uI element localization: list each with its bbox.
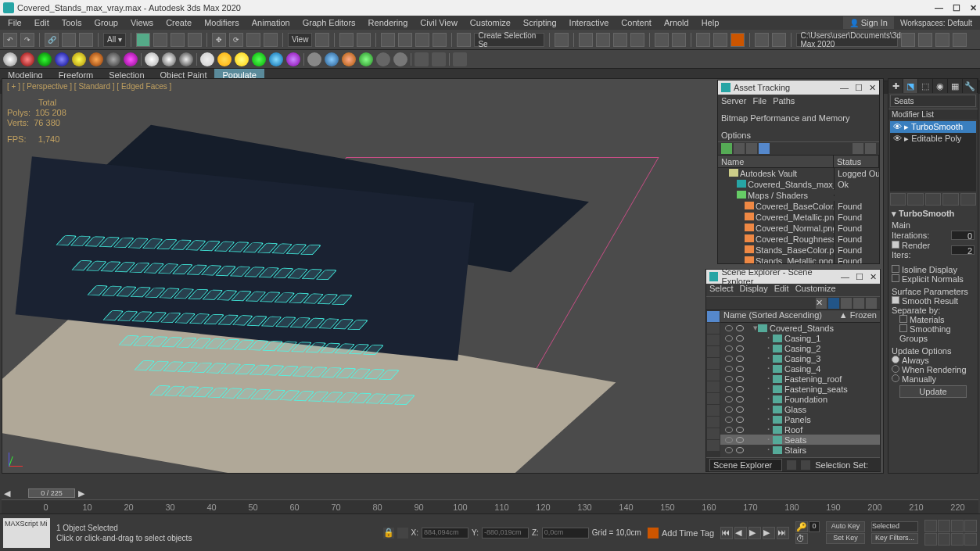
use-center-button[interactable]	[315, 33, 329, 47]
time-next-button[interactable]: ▶	[78, 488, 84, 499]
stack-btn-config[interactable]	[960, 193, 976, 206]
mod-editablepoly[interactable]: 👁 ▸ Editable Poly	[890, 133, 976, 145]
asset-row[interactable]: Covered_Stands_max_vray.maxOk	[718, 179, 879, 190]
scene-item[interactable]: ・Foundation	[720, 394, 880, 404]
upd-always-radio[interactable]	[892, 356, 899, 363]
maxscript-listener[interactable]: MAXScript Mi	[3, 518, 50, 548]
mod-turbosmooth[interactable]: 👁 ▸ TurboSmooth	[890, 121, 976, 133]
filter-camera-icon[interactable]	[707, 346, 720, 357]
render-button[interactable]	[731, 33, 745, 47]
goto-start-button[interactable]: ⏮	[720, 527, 733, 539]
asset-tb-4[interactable]	[759, 143, 770, 154]
asset-row[interactable]: Stands_BaseColor.pngFound	[718, 245, 879, 256]
percent-snap-button[interactable]	[415, 33, 429, 47]
cmd-tab-utilities[interactable]: 🔧	[963, 79, 978, 93]
menu-interactive[interactable]: Interactive	[563, 16, 616, 29]
a360-button[interactable]	[755, 33, 769, 47]
orb-19[interactable]	[325, 52, 339, 66]
save-button[interactable]	[918, 33, 932, 47]
move-button[interactable]: ✥	[212, 33, 226, 47]
goto-end-button[interactable]: ⏭	[777, 527, 789, 539]
nav-orbit-button[interactable]	[951, 533, 964, 546]
nav-fov-button[interactable]	[964, 520, 977, 532]
orb-4[interactable]	[55, 52, 69, 66]
cmd-tab-display[interactable]: ▦	[948, 79, 963, 93]
edit-named-button[interactable]	[457, 33, 471, 47]
selection-filter[interactable]: All ▾	[103, 33, 126, 47]
bind-button[interactable]	[79, 33, 93, 47]
filter-helper-icon[interactable]	[707, 358, 720, 369]
filter-geo-icon[interactable]	[707, 311, 720, 322]
time-tag-icon[interactable]	[648, 528, 659, 538]
asset-tb-5[interactable]	[853, 143, 863, 154]
asset-row[interactable]: Covered_Roughness.pngFound	[718, 234, 879, 245]
scene-item[interactable]: ・Casing_3	[720, 353, 880, 363]
create-selection-dropdown[interactable]: Create Selection Se	[474, 33, 544, 47]
menu-arnold[interactable]: Arnold	[658, 16, 695, 29]
y-field[interactable]: -880,019cm	[482, 528, 529, 538]
asset-max-button[interactable]: ☐	[855, 83, 863, 93]
nav-zoomall-button[interactable]	[951, 520, 964, 532]
nav-maximize-button[interactable]	[964, 533, 977, 546]
scene-tb-add[interactable]	[866, 298, 877, 309]
rendered-frame-button[interactable]	[713, 33, 727, 47]
signin-button[interactable]: 👤 Sign In	[843, 16, 894, 29]
orb-5[interactable]	[72, 52, 86, 66]
stack-btn-show[interactable]	[907, 193, 923, 206]
scene-min-button[interactable]: —	[841, 272, 849, 282]
select-name-button[interactable]	[153, 33, 167, 47]
scene-item[interactable]: ・Casing_2	[720, 343, 880, 353]
asset-tb-3[interactable]	[746, 143, 757, 154]
filter-shape-icon[interactable]	[707, 323, 720, 334]
orb-15[interactable]	[252, 52, 266, 66]
orb-18[interactable]	[307, 52, 321, 66]
minimize-button[interactable]: —	[935, 3, 943, 13]
scene-item[interactable]: ・Roof	[720, 424, 880, 435]
orb-13[interactable]	[217, 52, 232, 66]
project-button[interactable]	[953, 33, 967, 47]
orb-22[interactable]	[376, 52, 390, 66]
asset-col-status[interactable]: Status	[834, 156, 879, 167]
filter-light-icon[interactable]	[707, 335, 720, 345]
menu-file[interactable]: File	[2, 16, 28, 29]
orb-1[interactable]	[3, 52, 17, 66]
iterations-field[interactable]: 0	[951, 231, 975, 240]
nav-pan-button[interactable]	[924, 520, 937, 532]
scene-item[interactable]: ・Panels	[720, 414, 880, 424]
scene-item[interactable]: ▾Covered_Stands	[720, 323, 880, 333]
keyfilters-button[interactable]: Key Filters...	[871, 533, 918, 544]
scene-max-button[interactable]: ☐	[856, 272, 863, 282]
scene-footer-btn1[interactable]	[787, 460, 796, 470]
scene-item[interactable]: ・Fastening_roof	[720, 374, 880, 384]
menu-customize[interactable]: Customize	[464, 16, 517, 29]
asset-menu-server[interactable]: Server	[721, 95, 746, 106]
maximize-button[interactable]: ☐	[953, 3, 960, 13]
filter-bone-icon[interactable]	[707, 381, 720, 392]
placement-button[interactable]	[264, 33, 278, 47]
open-button[interactable]	[901, 33, 915, 47]
next-frame-button[interactable]: ▶	[763, 527, 775, 539]
menu-create[interactable]: Create	[160, 16, 198, 29]
asset-menu-options[interactable]: Options	[721, 130, 751, 141]
scene-menu-display[interactable]: Display	[740, 284, 768, 296]
smooth-result-check[interactable]	[892, 296, 899, 304]
menu-scripting[interactable]: Scripting	[517, 16, 563, 29]
object-name-field[interactable]: Seats	[890, 95, 976, 107]
asset-min-button[interactable]: —	[840, 83, 849, 93]
orb-9[interactable]	[145, 52, 159, 66]
x-field[interactable]: 884,094cm	[422, 528, 468, 538]
menu-modifiers[interactable]: Modifiers	[198, 16, 246, 29]
orb-11[interactable]	[179, 52, 193, 66]
menu-views[interactable]: Views	[124, 16, 160, 29]
orb-7[interactable]	[106, 52, 120, 66]
filter-group-icon[interactable]	[707, 405, 720, 416]
scene-tb-lock[interactable]	[841, 298, 852, 309]
explicit-check[interactable]	[892, 274, 899, 282]
scene-item[interactable]: ・Fastening_seats	[720, 384, 880, 394]
filter-space-icon[interactable]	[707, 370, 720, 381]
keyfilter-selected[interactable]: Selected	[871, 521, 918, 532]
upd-render-radio[interactable]	[892, 365, 899, 373]
scene-item[interactable]: ・Glass	[720, 404, 880, 414]
redo-button[interactable]: ↷	[20, 33, 34, 47]
keyboard-button[interactable]	[357, 33, 371, 47]
